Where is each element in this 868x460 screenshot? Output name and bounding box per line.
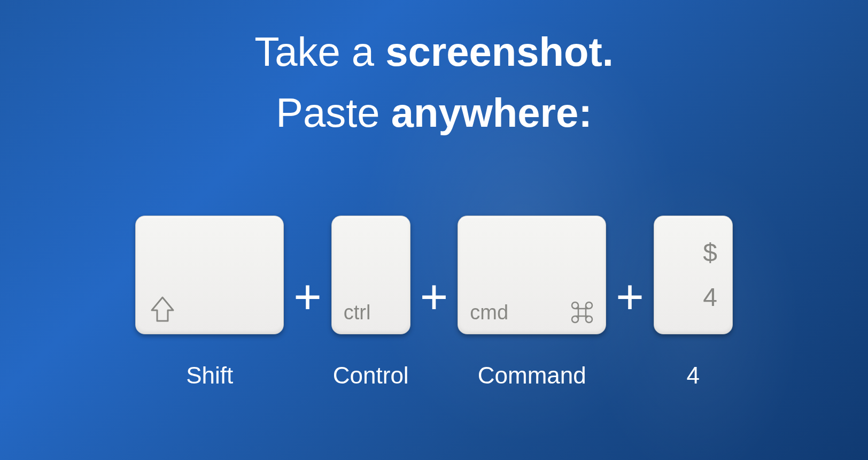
headline-line-1-prefix: Take a	[254, 29, 385, 74]
shift-arrow-icon	[148, 294, 177, 324]
command-icon	[570, 301, 594, 324]
cmd-key-label: Command	[478, 362, 586, 389]
shift-key	[135, 216, 284, 334]
plus-separator-2: +	[420, 273, 448, 321]
ctrl-key: ctrl	[331, 216, 410, 334]
shift-key-label: Shift	[186, 362, 233, 389]
four-key-symbol: $	[703, 238, 717, 267]
ctrl-key-label: Control	[333, 362, 409, 389]
four-key: $ 4	[654, 216, 733, 334]
ctrl-key-text: ctrl	[344, 301, 371, 324]
plus-separator-1: +	[293, 273, 322, 321]
plus-separator-3: +	[616, 273, 644, 321]
headline: Take a screenshot. Paste anywhere:	[254, 21, 614, 143]
four-key-content: $ 4	[703, 238, 717, 312]
headline-line-2-prefix: Paste	[276, 90, 391, 135]
headline-line-1-bold: screenshot.	[385, 29, 614, 74]
headline-line-1: Take a screenshot.	[254, 21, 614, 82]
headline-line-2-bold: anywhere:	[391, 90, 592, 135]
headline-line-2: Paste anywhere:	[254, 82, 614, 143]
four-key-label: 4	[687, 362, 700, 389]
cmd-key-text: cmd	[470, 301, 508, 324]
cmd-key: cmd	[458, 216, 606, 334]
keyboard-shortcut-row: Shift + ctrl Control + cmd Command +	[135, 216, 733, 389]
key-group-shift: Shift	[135, 216, 284, 389]
instruction-panel: Take a screenshot. Paste anywhere: Shift…	[0, 0, 868, 460]
key-group-ctrl: ctrl Control	[331, 216, 410, 389]
key-group-four: $ 4 4	[654, 216, 733, 389]
key-group-cmd: cmd Command	[458, 216, 606, 389]
four-key-number: 4	[703, 282, 717, 312]
